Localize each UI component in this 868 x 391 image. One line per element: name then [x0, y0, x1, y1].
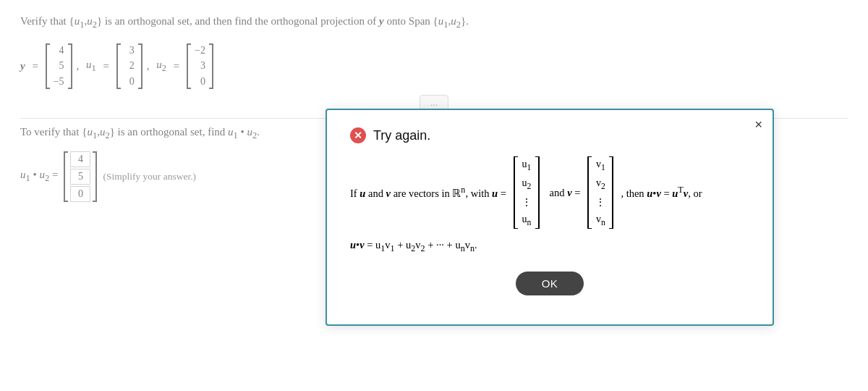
- dot-formula: u•v = u1v1 + u2v2 + ··· + unvn.: [350, 239, 477, 251]
- v-cell-n: vn: [595, 211, 607, 229]
- modal-box: × ✕ Try again. If u and v are vectors in…: [326, 109, 774, 326]
- modal-formula-row: If u and v are vectors in ℝn, with u = u…: [350, 156, 749, 229]
- v-column-vector: v1 v2 ⋮ vn: [587, 156, 613, 229]
- modal-overlay: × ✕ Try again. If u and v are vectors in…: [0, 0, 868, 391]
- u-column-vector: u1 u2 ⋮ un: [514, 156, 540, 229]
- modal-title: Try again.: [373, 128, 430, 143]
- v-cell-1: v1: [595, 156, 607, 174]
- u-cell-2: u2: [521, 175, 533, 193]
- and-v-text: and v =: [547, 184, 580, 202]
- formula-line: u•v = u1v1 + u2v2 + ··· + unvn.: [350, 236, 749, 256]
- ok-button[interactable]: OK: [516, 272, 584, 295]
- u-cell-dots: ⋮: [520, 195, 533, 210]
- then-text: , then u•v = uTv, or: [621, 182, 702, 202]
- modal-body: If u and v are vectors in ℝn, with u = u…: [350, 156, 749, 256]
- error-icon: ✕: [350, 127, 366, 143]
- modal-title-row: ✕ Try again.: [350, 127, 749, 143]
- modal-close-button[interactable]: ×: [754, 117, 762, 133]
- u-cell-1: u1: [521, 156, 533, 174]
- v-cell-2: v2: [595, 175, 607, 193]
- u-cell-n: un: [521, 211, 533, 229]
- if-text: If u and v are vectors in ℝn, with u =: [350, 182, 506, 202]
- v-cell-dots: ⋮: [594, 195, 607, 210]
